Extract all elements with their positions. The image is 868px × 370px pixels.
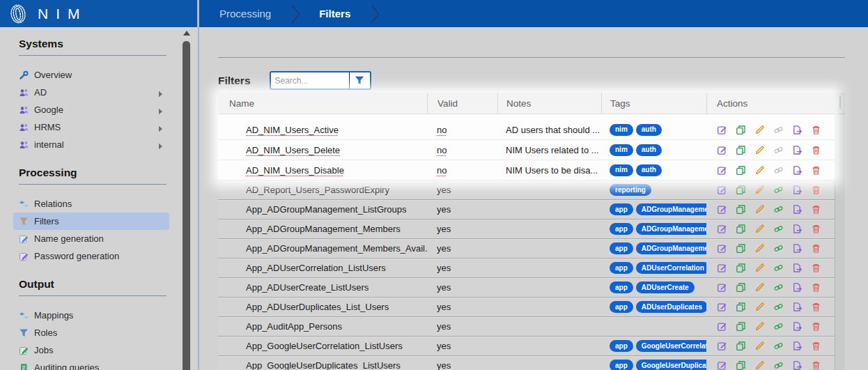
link-icon[interactable] [773,185,784,196]
expand-chevron-icon[interactable] [158,107,163,117]
edit-icon[interactable] [716,164,727,176]
link-icon[interactable] [773,282,784,293]
sidebar-scrollbar-thumb[interactable] [183,41,190,370]
link-icon[interactable] [773,124,784,135]
filter-name-link[interactable]: AD_NIM_Users_Disable [246,165,344,176]
duplicate-icon[interactable] [735,302,746,313]
table-scrollbar-thumb[interactable] [839,96,841,109]
delete-icon[interactable] [810,360,821,370]
table-row[interactable]: AD_NIM_Users_DisablenoNIM Users to be di… [218,160,835,180]
column-header-notes[interactable]: Notes [497,93,601,114]
delete-icon[interactable] [810,144,821,155]
export-icon[interactable] [791,185,803,196]
edit-icon[interactable] [716,185,727,196]
duplicate-icon[interactable] [735,204,746,215]
search-filter-dropdown[interactable] [350,72,370,88]
sidebar-item-roles[interactable]: Roles [13,324,169,341]
link-icon[interactable] [773,164,784,176]
sidebar-item-hrms[interactable]: HRMS [13,118,169,136]
export-icon[interactable] [791,164,803,176]
delete-icon[interactable] [810,243,821,254]
column-header-actions[interactable]: Actions [706,93,835,114]
duplicate-icon[interactable] [735,263,746,274]
export-icon[interactable] [791,263,803,274]
duplicate-icon[interactable] [735,144,746,155]
filter-name-link[interactable]: App_AuditApp_Persons [246,321,342,332]
delete-icon[interactable] [810,224,821,235]
rename-icon[interactable] [754,204,765,215]
sidebar-item-relations[interactable]: Relations [13,195,169,213]
table-row[interactable]: App_GoogleUserDuplicates_ListUsersyesapp… [218,356,845,370]
sidebar-item-jobs[interactable]: Jobs [13,341,169,359]
export-icon[interactable] [791,243,803,254]
export-icon[interactable] [791,124,803,135]
expand-chevron-icon[interactable] [158,89,163,100]
link-icon[interactable] [773,341,784,352]
export-icon[interactable] [791,282,803,293]
delete-icon[interactable] [810,321,821,332]
column-header-tags[interactable]: Tags [601,93,706,114]
column-header-name[interactable]: Name [218,93,427,114]
sidebar-item-name-generation[interactable]: Name generation [13,230,169,247]
edit-icon[interactable] [716,341,727,352]
edit-icon[interactable] [716,204,727,215]
sidebar-scrollbar[interactable] [183,29,190,370]
sidebar-item-google[interactable]: Google [13,101,169,118]
table-scrollbar[interactable] [835,93,845,370]
link-icon[interactable] [773,321,784,332]
filter-name-link[interactable]: App_ADGroupManagement_ListGroups [246,204,407,215]
filter-name-link[interactable]: AD_NIM_Users_Delete [246,145,340,155]
link-icon[interactable] [773,204,784,215]
breadcrumb-processing[interactable]: Processing [219,8,271,20]
filter-name-link[interactable]: App_GoogleUserCorrelation_ListUsers [246,341,403,351]
export-icon[interactable] [791,360,803,370]
duplicate-icon[interactable] [735,224,746,235]
edit-icon[interactable] [716,144,727,155]
table-row[interactable]: App_GoogleUserCorrelation_ListUsersyesap… [218,337,845,356]
delete-icon[interactable] [810,164,821,176]
rename-icon[interactable] [754,243,765,254]
delete-icon[interactable] [810,185,821,196]
edit-icon[interactable] [716,360,727,370]
filter-name-link[interactable]: App_ADGroupManagement_Members [246,224,401,234]
table-row[interactable]: AD_Report_Users_PasswordExpiryyesreporti… [218,180,845,200]
table-row[interactable]: App_AuditApp_Personsyes [218,317,845,337]
duplicate-icon[interactable] [735,124,746,135]
export-icon[interactable] [791,341,803,352]
column-header-valid[interactable]: Valid [427,93,497,114]
table-row[interactable]: AD_NIM_Users_DeletenoNIM Users related t… [218,140,835,160]
rename-icon[interactable] [754,263,765,274]
edit-icon[interactable] [716,282,727,293]
link-icon[interactable] [773,360,784,370]
filter-name-link[interactable]: App_ADGroupManagement_Members_Avail... [246,243,427,254]
duplicate-icon[interactable] [735,282,746,293]
table-row[interactable]: App_ADGroupManagement_MembersyesappADGro… [218,219,845,239]
table-row[interactable]: App_ADGroupManagement_ListGroupsyesappAD… [218,200,845,219]
edit-icon[interactable] [716,321,727,332]
edit-icon[interactable] [716,263,727,274]
rename-icon[interactable] [754,224,765,235]
table-row[interactable]: App_ADUserDuplicates_List_UsersyesappADU… [218,298,845,317]
delete-icon[interactable] [810,204,821,215]
link-icon[interactable] [773,144,784,155]
filter-name-link[interactable]: App_ADUserCreate_ListUsers [246,282,369,293]
delete-icon[interactable] [810,124,821,135]
export-icon[interactable] [791,321,803,332]
sidebar-item-auditing-queries[interactable]: Auditing queries [13,359,169,370]
export-icon[interactable] [791,224,803,235]
rename-icon[interactable] [754,302,765,313]
delete-icon[interactable] [810,302,821,313]
duplicate-icon[interactable] [735,185,746,196]
rename-icon[interactable] [754,360,765,370]
breadcrumb-filters[interactable]: Filters [319,8,350,20]
rename-icon[interactable] [754,164,765,176]
table-row[interactable]: App_ADUserCreate_ListUsersyesappADUserCr… [218,278,845,298]
export-icon[interactable] [791,144,803,155]
link-icon[interactable] [773,243,784,254]
sidebar-item-mappings[interactable]: Mappings [13,307,169,324]
edit-icon[interactable] [716,243,727,254]
duplicate-icon[interactable] [735,164,746,176]
expand-chevron-icon[interactable] [158,141,163,152]
duplicate-icon[interactable] [735,341,746,352]
filter-name-link[interactable]: App_ADUserCorrelation_ListUsers [246,263,386,273]
